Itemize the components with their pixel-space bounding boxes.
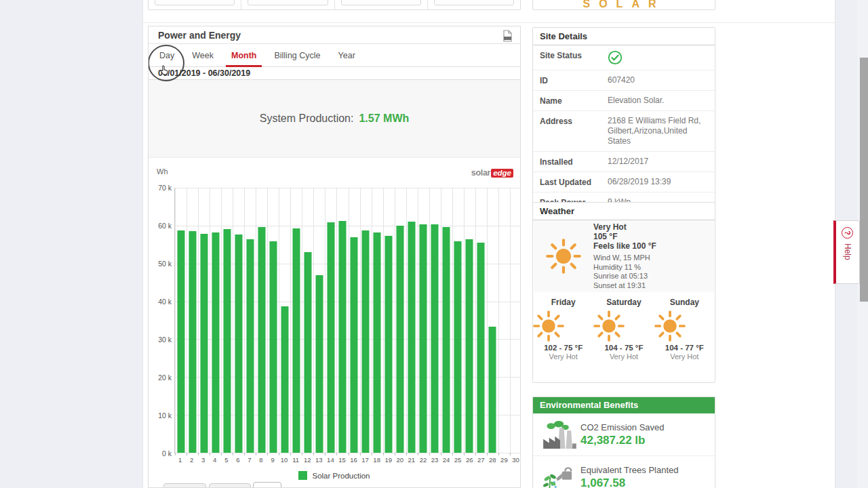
gridline xyxy=(233,188,233,453)
axis-tick xyxy=(233,453,233,455)
summary-field[interactable] xyxy=(434,0,514,5)
x-axis-label: 7 xyxy=(248,456,251,464)
co2-saved-item: CO2 Emission Saved 42,387.22 lb xyxy=(533,413,715,456)
scrollbar-thumb[interactable] xyxy=(860,58,868,302)
solar-production-bar[interactable] xyxy=(351,237,358,453)
solar-production-bar[interactable] xyxy=(246,239,254,453)
y-axis-label: 50 k xyxy=(149,260,172,268)
solar-production-bar[interactable] xyxy=(397,226,404,453)
summary-field[interactable] xyxy=(341,0,421,5)
weather-sunset: Sunset at 19:31 xyxy=(593,281,656,291)
gridline xyxy=(383,188,384,453)
solar-production-bar[interactable] xyxy=(292,228,300,453)
tab-day[interactable]: Day xyxy=(158,45,176,66)
x-axis-label: 28 xyxy=(489,456,496,464)
trees-planted-item: Equivalent Trees Planted 1,067.58 xyxy=(533,456,715,488)
chart-option-button[interactable] xyxy=(163,483,206,488)
site-detail-label: Installed xyxy=(540,157,608,167)
co2-saved-value: 42,387.22 lb xyxy=(580,434,665,447)
gridline xyxy=(267,188,268,453)
solar-production-bar[interactable] xyxy=(200,234,208,453)
factory-icon xyxy=(538,420,580,449)
solar-production-bar[interactable] xyxy=(304,252,311,453)
installer-logo-text: SOLAR xyxy=(533,0,715,10)
axis-tick xyxy=(210,453,210,455)
gridline xyxy=(510,188,511,453)
y-axis-label: 10 k xyxy=(149,411,172,420)
summary-field[interactable] xyxy=(155,0,235,5)
axis-tick xyxy=(349,453,349,455)
weather-sunrise: Sunrise at 05:13 xyxy=(593,272,656,281)
current-weather-text: Very Hot 105 °F Feels like 100 °F Wind W… xyxy=(593,222,656,290)
tab-month[interactable]: Month xyxy=(230,45,258,66)
solar-production-bar[interactable] xyxy=(327,222,334,453)
tab-week[interactable]: Week xyxy=(191,45,215,66)
forecast-condition: Very Hot xyxy=(654,352,715,361)
chart-option-button-selected[interactable] xyxy=(253,482,281,488)
axis-tick xyxy=(372,453,372,455)
x-axis-label: 29 xyxy=(500,456,508,464)
csv-export-icon[interactable] xyxy=(500,29,514,43)
site-detail-value: 06/28/2019 13:39 xyxy=(608,177,671,187)
x-axis-label: 26 xyxy=(466,456,473,464)
solar-production-bar[interactable] xyxy=(269,241,277,453)
site-detail-label: Address xyxy=(540,116,608,126)
gridline xyxy=(372,188,372,453)
solar-production-bar[interactable] xyxy=(431,224,439,453)
solar-production-bar[interactable] xyxy=(315,275,323,453)
help-button[interactable]: ? Help xyxy=(833,220,860,284)
summary-field[interactable] xyxy=(248,0,328,5)
solar-production-bar[interactable] xyxy=(189,231,196,453)
solar-production-bar[interactable] xyxy=(477,243,485,453)
solar-production-bar[interactable] xyxy=(223,229,231,453)
forecast-temperature-range: 104 - 75 °F xyxy=(593,344,654,352)
forecast-sunday: Sunday104 - 77 °FVery Hot xyxy=(654,292,715,382)
solar-production-bar[interactable] xyxy=(489,327,496,453)
solar-production-bar[interactable] xyxy=(281,306,288,453)
tab-year[interactable]: Year xyxy=(337,45,357,66)
axis-tick xyxy=(406,453,407,455)
gridline xyxy=(418,188,418,453)
forecast-day-label: Friday xyxy=(533,298,593,307)
solar-production-bar[interactable] xyxy=(408,222,416,453)
x-axis-label: 22 xyxy=(420,456,427,464)
x-axis-label: 4 xyxy=(213,456,216,464)
environmental-benefits-panel: Environmental Benefits CO2 Emission Save… xyxy=(532,396,715,488)
x-axis-label: 23 xyxy=(431,456,439,464)
axis-tick xyxy=(360,453,361,455)
axis-tick xyxy=(244,453,245,455)
legend-label: Solar Production xyxy=(312,472,370,480)
y-axis-label: 0 k xyxy=(149,449,172,458)
tab-billing-cycle[interactable]: Billing Cycle xyxy=(273,45,321,66)
gridline xyxy=(452,188,453,453)
x-axis-label: 14 xyxy=(327,456,334,464)
solar-production-bar[interactable] xyxy=(374,232,381,453)
weather-wind: Wind W, 15 MPH xyxy=(593,253,656,263)
gridline xyxy=(325,188,326,453)
solar-production-bar[interactable] xyxy=(454,241,462,453)
solar-production-bar[interactable] xyxy=(177,230,184,453)
chart-legend: Solar Production xyxy=(149,471,520,480)
solar-production-bar[interactable] xyxy=(443,227,450,453)
solar-production-bar[interactable] xyxy=(212,232,219,453)
weather-feels-like: Feels like 100 °F xyxy=(593,241,656,251)
solar-production-bar[interactable] xyxy=(466,239,473,453)
solar-production-bar[interactable] xyxy=(338,221,346,453)
forecast-day-label: Saturday xyxy=(593,298,654,307)
summary-column xyxy=(335,0,428,9)
chart-option-button[interactable] xyxy=(209,483,251,488)
solar-production-bar[interactable] xyxy=(258,227,265,453)
weather-panel: Weather Very Hot 105 °F Feels like 100 °… xyxy=(532,202,715,383)
site-detail-row: Last Updated06/28/2019 13:39 xyxy=(533,172,715,192)
axis-tick xyxy=(498,453,499,455)
x-axis-label: 17 xyxy=(361,456,369,464)
solar-production-bar[interactable] xyxy=(420,224,427,453)
sun-icon xyxy=(533,310,593,342)
solar-production-bar[interactable] xyxy=(235,235,242,453)
solar-production-bar[interactable] xyxy=(385,236,393,453)
gridline xyxy=(441,188,441,453)
solar-production-bar[interactable] xyxy=(362,230,370,453)
site-detail-value: 12/12/2017 xyxy=(608,157,648,167)
x-axis-label: 13 xyxy=(315,456,323,464)
site-detail-value: Elevation Solar. xyxy=(608,96,664,106)
